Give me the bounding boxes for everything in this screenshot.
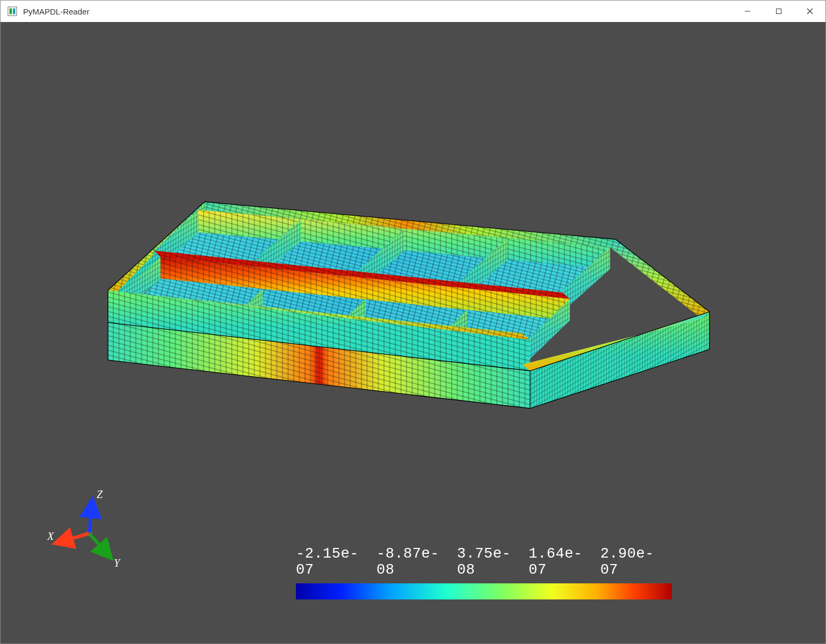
window-controls <box>732 1 825 22</box>
axis-y-label: Y <box>114 557 121 568</box>
scalar-tick: 2.90e-07 <box>600 546 672 578</box>
window-title: PyMAPDL-Reader <box>23 7 89 16</box>
render-viewport[interactable]: Z X Y -2.15e-07 -8.87e-08 3.75e-08 1.64e… <box>1 22 825 643</box>
svg-marker-13 <box>610 239 709 319</box>
app-icon <box>7 6 18 17</box>
scalar-tick: 3.75e-08 <box>457 546 528 578</box>
svg-rect-2 <box>13 9 16 14</box>
svg-rect-1 <box>10 9 12 14</box>
title-bar-left: PyMAPDL-Reader <box>1 6 89 17</box>
svg-rect-0 <box>8 7 17 16</box>
svg-line-64 <box>89 533 111 558</box>
scalar-tick: -8.87e-08 <box>376 546 457 578</box>
minimize-button[interactable] <box>732 1 763 22</box>
scalar-tick: -2.15e-07 <box>296 546 376 578</box>
scalar-bar-ticks: -2.15e-07 -8.87e-08 3.75e-08 1.64e-07 2.… <box>296 546 672 578</box>
svg-line-62 <box>89 500 92 533</box>
scalar-bar-gradient <box>296 583 672 599</box>
title-bar[interactable]: PyMAPDL-Reader <box>1 1 825 22</box>
axis-z-label: Z <box>97 488 103 500</box>
svg-line-63 <box>56 533 89 543</box>
maximize-button[interactable] <box>763 1 794 22</box>
scalar-tick: 1.64e-07 <box>528 546 600 578</box>
svg-rect-4 <box>777 9 781 14</box>
scalar-bar: -2.15e-07 -8.87e-08 3.75e-08 1.64e-07 2.… <box>296 546 672 599</box>
axis-x-label: X <box>47 530 54 542</box>
app-window: PyMAPDL-Reader <box>0 0 826 644</box>
axis-triad: Z X Y <box>44 482 129 568</box>
close-button[interactable] <box>794 1 825 22</box>
